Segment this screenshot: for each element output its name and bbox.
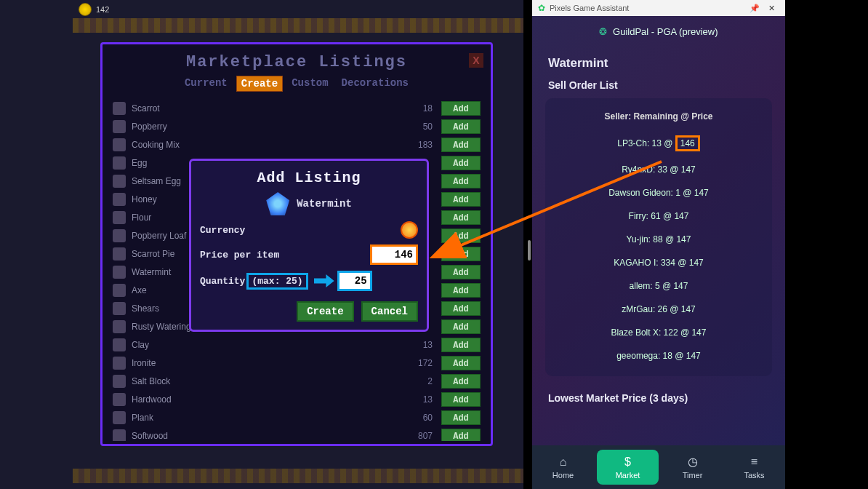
marketplace-title: Marketplace Listings: [110, 53, 483, 71]
item-qty: 807: [396, 431, 433, 441]
item-name: Salt Block: [132, 376, 396, 386]
add-button[interactable]: Add: [441, 247, 481, 261]
add-button[interactable]: Add: [441, 392, 481, 407]
add-button[interactable]: Add: [441, 174, 481, 188]
item-name: Clay: [132, 340, 396, 350]
list-item: Hardwood13Add: [110, 390, 483, 408]
order-row: LP3-Ch: 13 @ 146: [554, 129, 763, 158]
add-button[interactable]: Add: [441, 319, 481, 334]
add-button[interactable]: Add: [441, 283, 481, 298]
create-button[interactable]: Create: [297, 301, 353, 322]
market-icon: $: [624, 456, 631, 469]
resize-handle[interactable]: [528, 240, 531, 261]
list-item: Clay13Add: [110, 335, 483, 354]
item-icon: [113, 266, 126, 279]
item-name: Scarrot: [132, 103, 396, 114]
price-highlight: [370, 244, 418, 265]
pin-icon[interactable]: 📌: [745, 4, 764, 13]
nav-market[interactable]: $Market: [597, 450, 659, 485]
add-button[interactable]: Add: [441, 429, 481, 442]
list-item: Salt Block2Add: [110, 372, 483, 390]
item-qty: 18: [396, 103, 433, 114]
game-viewport: 142 Marketplace Listings X CurrentCreate…: [0, 0, 523, 489]
item-name: Plank: [132, 413, 396, 423]
add-button[interactable]: Add: [441, 156, 481, 170]
add-button[interactable]: Add: [441, 265, 481, 279]
tab-decorations[interactable]: Decorations: [337, 76, 413, 92]
close-button[interactable]: X: [469, 53, 483, 68]
tab-custom[interactable]: Custom: [287, 76, 332, 92]
item-icon: [113, 302, 126, 315]
arrow-right-icon: [314, 274, 334, 287]
item-icon: [113, 429, 126, 442]
add-button[interactable]: Add: [441, 410, 481, 425]
price-label: Price per item: [200, 250, 366, 261]
list-item: Softwood807Add: [110, 426, 483, 441]
add-button[interactable]: Add: [441, 101, 481, 116]
hud-value: 142: [96, 5, 109, 14]
item-icon: [113, 320, 126, 333]
cancel-button[interactable]: Cancel: [361, 301, 418, 322]
decor-strip: [73, 469, 523, 483]
item-qty: 13: [396, 394, 433, 405]
sell-order-list: LP3-Ch: 13 @ 146Ry4nxD: 33 @ 147Dawson G…: [554, 129, 763, 367]
order-row: allem: 5 @ 147: [554, 274, 763, 298]
tab-current[interactable]: Current: [180, 76, 232, 92]
item-icon: [113, 393, 126, 406]
nav-tasks[interactable]: ≡Tasks: [723, 445, 785, 489]
add-button[interactable]: Add: [441, 192, 481, 207]
item-qty: 183: [396, 140, 433, 150]
list-item: Cooking Mix183Add: [110, 135, 483, 154]
assistant-panel: ✿ Pixels Game Assistant 📌 ✕ ❂ GuildPal -…: [532, 0, 785, 489]
order-row: Yu-jin: 88 @ 147: [554, 228, 763, 251]
order-row: KAGAHO I: 334 @ 147: [554, 251, 763, 274]
order-row: Blaze Bolt X: 122 @ 147: [554, 321, 763, 344]
add-listing-modal: Add Listing Watermint Currency Price per…: [189, 159, 429, 332]
list-item: Plank60Add: [110, 408, 483, 426]
assistant-window-title: Pixels Game Assistant: [550, 4, 745, 12]
sell-order-header: Seller: Remaining @ Price: [554, 107, 763, 129]
lowest-price-label: Lowest Market Price (3 days): [532, 383, 785, 408]
add-button[interactable]: Add: [441, 119, 481, 134]
item-icon: [113, 156, 126, 170]
watermint-icon: [266, 192, 289, 215]
leaf-icon: ✿: [538, 3, 545, 13]
close-icon[interactable]: ✕: [764, 4, 779, 13]
item-qty: 13: [396, 340, 433, 350]
add-button[interactable]: Add: [441, 374, 481, 389]
item-icon: [113, 284, 126, 297]
quantity-label: Quantity: [200, 276, 245, 287]
nav-timer[interactable]: ◷Timer: [662, 445, 723, 489]
item-icon: [113, 338, 126, 351]
add-listing-title: Add Listing: [200, 170, 418, 186]
order-row: geeomega: 18 @ 147: [554, 344, 763, 367]
add-button[interactable]: Add: [441, 356, 481, 370]
add-button[interactable]: Add: [441, 138, 481, 152]
listing-item-name: Watermint: [297, 198, 352, 210]
order-row: Ry4nxD: 33 @ 147: [554, 158, 763, 181]
item-qty: 60: [396, 413, 433, 423]
add-button[interactable]: Add: [441, 210, 481, 225]
assistant-body: ❂ GuildPal - PGA (preview) Watermint Sel…: [532, 16, 785, 445]
assistant-item-name: Watermint: [532, 44, 785, 79]
currency-label: Currency: [200, 225, 401, 236]
assistant-nav: ⌂Home$Market◷Timer≡Tasks: [532, 445, 785, 489]
coin-icon: [79, 3, 92, 16]
tab-create[interactable]: Create: [236, 76, 283, 92]
timer-icon: ◷: [688, 455, 698, 469]
hud: 142: [79, 3, 109, 16]
quantity-input[interactable]: [339, 273, 370, 289]
item-icon: [113, 138, 126, 151]
item-icon: [113, 357, 126, 370]
item-icon: [113, 247, 126, 261]
list-item: Popberry50Add: [110, 117, 483, 135]
assistant-titlebar: ✿ Pixels Game Assistant 📌 ✕: [532, 0, 785, 16]
nav-home[interactable]: ⌂Home: [532, 445, 594, 489]
item-qty: 50: [396, 122, 433, 132]
decor-strip: [73, 18, 523, 33]
price-input[interactable]: [372, 247, 416, 263]
add-button[interactable]: Add: [441, 228, 481, 243]
leaf-icon: ❂: [599, 26, 607, 37]
add-button[interactable]: Add: [441, 338, 481, 352]
add-button[interactable]: Add: [441, 301, 481, 316]
